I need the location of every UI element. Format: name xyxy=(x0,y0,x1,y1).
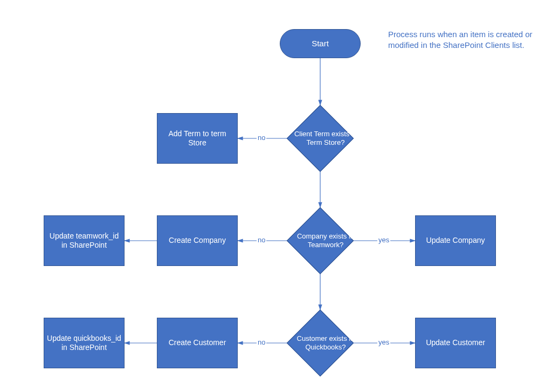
process-update-teamwork-id: Update teamwork_id in SharePoint xyxy=(44,215,125,266)
process-update-customer: Update Customer xyxy=(415,318,496,368)
edge-label-qb-yes: yes xyxy=(377,338,390,346)
process-create-customer: Create Customer xyxy=(157,318,238,368)
decision-quickbooks-label: Customer exists in Quickbooks? xyxy=(287,310,364,376)
edge-label-teamwork-yes: yes xyxy=(377,236,390,244)
process-add-term: Add Term to term Store xyxy=(157,113,238,164)
process-create-company: Create Company xyxy=(157,215,238,266)
process-update-quickbooks-id: Update quickbooks_id in SharePoint xyxy=(44,318,125,368)
edge-label-term-no: no xyxy=(257,134,266,142)
process-annotation: Process runs when an item is created or … xyxy=(388,29,544,50)
edge-label-teamwork-no: no xyxy=(257,236,266,244)
decision-term-store-label: Client Term exists in Term Store? xyxy=(287,105,364,172)
decision-teamwork-label: Company exists in Teamwork? xyxy=(287,207,364,274)
process-update-company: Update Company xyxy=(415,215,496,266)
start-node: Start xyxy=(280,29,361,58)
edge-label-qb-no: no xyxy=(257,338,266,346)
